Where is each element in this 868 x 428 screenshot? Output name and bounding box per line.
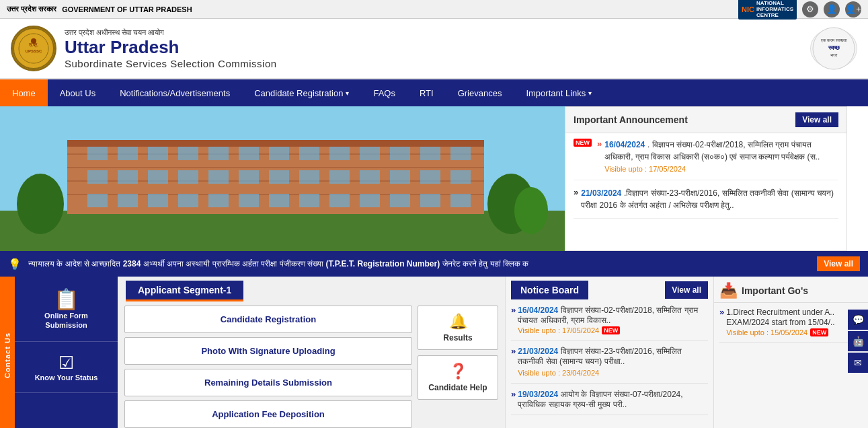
hero-image (0, 106, 565, 251)
ann-visible-1: Visible upto : 17/05/2024 (604, 165, 838, 173)
application-fee-btn[interactable]: Application Fee Deposition (124, 400, 412, 428)
top-bar-right: NIC NATIONALINFORMATICSCENTRE ⚙ 👤 👤+ (738, 0, 861, 20)
svg-rect-38 (329, 170, 350, 184)
candidate-help-label: Candidate Help (428, 383, 487, 392)
svg-rect-43 (87, 194, 108, 207)
results-btn[interactable]: 🔔 Results (418, 306, 498, 350)
notice-header: Notice Board View all (506, 277, 713, 304)
settings-icon[interactable]: ⚙ (802, 1, 818, 17)
gos-arrow-1: » (719, 307, 724, 317)
right-floating-icons: 💬 🤖 ✉ (848, 310, 868, 373)
gos-title: Important Go's (742, 285, 808, 296)
org-subtitle: Subordinate Services Selection Commissio… (65, 58, 277, 69)
svg-point-58 (514, 187, 548, 234)
nav-important-links[interactable]: Important Links ▾ (514, 79, 604, 106)
svg-rect-49 (269, 194, 289, 207)
svg-rect-52 (360, 194, 380, 207)
notice-board: Notice Board View all » 16/04/2024 विज्ञ… (505, 277, 713, 428)
ticker-view-all[interactable]: View all (817, 256, 860, 271)
sidebar-know-status[interactable]: ☑ Know Your Status (15, 342, 118, 393)
svg-rect-45 (148, 194, 168, 207)
svg-rect-17 (87, 147, 108, 160)
notice-item-2: » 21/03/2024 विज्ञापन संख्या-23-परीक्षा/… (511, 346, 708, 384)
remaining-details-btn[interactable]: Remaining Details Submission (124, 369, 412, 396)
svg-rect-41 (420, 170, 440, 184)
header: उ.प्र. UPSSSC उत्तर प्रदेश अधीनस्थ सेवा … (0, 19, 868, 79)
svg-rect-28 (420, 147, 440, 160)
chat-icon[interactable]: 💬 (848, 310, 868, 330)
android-icon[interactable]: 🤖 (848, 331, 868, 351)
sidebar-form-submission[interactable]: 📋 Online FormSubmission (15, 277, 118, 342)
gov-name-text: GOVERNMENT OF UTTAR PRADESH (62, 5, 192, 13)
svg-rect-14 (67, 167, 484, 168)
download-icon: 📥 (719, 282, 738, 299)
applicant-body: Candidate Registration Photo With Signat… (118, 306, 505, 428)
candidate-registration-btn[interactable]: Candidate Registration (124, 306, 412, 333)
ticker-bar: 💡 न्यायालय के आदेश से आच्छादित 2384 अभ्य… (0, 251, 868, 277)
svg-rect-30 (87, 170, 108, 184)
notice-view-all[interactable]: View all (665, 281, 708, 299)
svg-rect-20 (178, 147, 198, 160)
user-icon[interactable]: 👤 (824, 1, 840, 17)
svg-rect-29 (450, 147, 471, 160)
announcement-content: NEW » 16/04/2024 . विज्ञापन संख्या-02-पर… (565, 133, 846, 250)
announcement-item-1: NEW » 16/04/2024 . विज्ञापन संख्या-02-पर… (574, 139, 838, 180)
applicant-section-title: Applicant Segment-1 (126, 281, 243, 301)
results-icon: 🔔 (449, 313, 467, 330)
contact-us-tab[interactable]: Contact Us (0, 277, 15, 428)
svg-rect-44 (118, 194, 138, 207)
svg-rect-40 (390, 170, 410, 184)
notice-date-2: 21/03/2024 (518, 347, 558, 356)
nav-candidate-reg[interactable]: Candidate Registration ▾ (242, 79, 361, 106)
notice-date-1: 16/04/2024 (518, 306, 558, 315)
hindi-gov-text: उत्तर प्रदेश सरकार (7, 5, 56, 13)
results-label: Results (443, 333, 472, 343)
nav-about[interactable]: About Us (48, 79, 108, 106)
notice-item-1: » 16/04/2024 विज्ञापन संख्या-02-परीक्षा/… (511, 305, 708, 341)
svg-rect-21 (208, 147, 229, 160)
notice-arrow-3: » (511, 389, 516, 399)
nav-rti[interactable]: RTI (407, 79, 446, 106)
announcement-title: Important Announcement (574, 114, 688, 125)
nav-faqs[interactable]: FAQs (361, 79, 407, 106)
announcement-panel: Important Announcement View all NEW » 16… (565, 106, 847, 251)
svg-rect-47 (208, 194, 229, 207)
applicant-links: Candidate Registration Photo With Signat… (124, 306, 412, 428)
add-user-icon[interactable]: 👤+ (845, 1, 861, 17)
candidate-help-btn[interactable]: ❓ Candidate Help (418, 355, 498, 400)
svg-text:एक कदम स्वच्छता: एक कदम स्वच्छता (820, 38, 846, 42)
svg-rect-39 (360, 170, 380, 184)
notice-visible-2: Visible upto : 23/04/2024 (518, 369, 599, 377)
nav-notifications[interactable]: Notifications/Advertisements (108, 79, 242, 106)
sections-row: Contact Us 📋 Online FormSubmission ☑ Kno… (0, 277, 868, 428)
svg-text:स्वच्छ: स्वच्छ (827, 44, 840, 51)
notice-arrow-1: » (511, 305, 516, 315)
photo-signature-btn[interactable]: Photo With Signature Uploading (124, 337, 412, 365)
know-status-icon: ☑ (58, 353, 74, 373)
notice-date-3: 19/03/2024 (518, 390, 558, 399)
svg-rect-54 (420, 194, 440, 207)
svg-rect-25 (329, 147, 350, 160)
form-submission-icon: 📋 (54, 287, 79, 311)
svg-rect-36 (269, 170, 289, 184)
svg-rect-34 (208, 170, 229, 184)
ticker-icon: 💡 (8, 258, 22, 271)
sidebar-items: 📋 Online FormSubmission ☑ Know Your Stat… (15, 277, 118, 428)
svg-rect-27 (390, 147, 410, 160)
top-bar: उत्तर प्रदेश सरकार GOVERNMENT OF UTTAR P… (0, 0, 868, 19)
svg-rect-46 (178, 194, 198, 207)
svg-rect-24 (299, 147, 319, 160)
svg-rect-33 (178, 170, 198, 184)
nav-home[interactable]: Home (0, 79, 48, 106)
top-bar-left: उत्तर प्रदेश सरकार GOVERNMENT OF UTTAR P… (7, 5, 192, 13)
notice-visible-1: Visible upto : 17/05/2024 (518, 326, 599, 334)
announcement-view-all[interactable]: View all (795, 112, 838, 127)
header-left: उ.प्र. UPSSSC उत्तर प्रदेश अधीनस्थ सेवा … (11, 26, 277, 71)
nav-grievances[interactable]: Grievances (446, 79, 514, 106)
message-icon[interactable]: ✉ (848, 353, 868, 373)
candidate-help-icon: ❓ (449, 363, 467, 380)
important-gos: 📥 Important Go's » 1.Direct Recruitment … (713, 277, 868, 428)
svg-point-0 (13, 28, 54, 69)
gos-header: 📥 Important Go's (714, 277, 868, 303)
notice-title: Notice Board (511, 281, 588, 299)
